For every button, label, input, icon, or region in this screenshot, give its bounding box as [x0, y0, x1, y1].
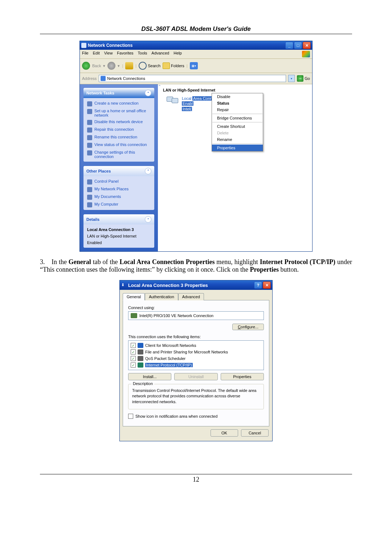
place-network-places[interactable]: My Network Places — [87, 187, 151, 192]
task-icon — [87, 135, 92, 140]
back-button[interactable] — [82, 62, 90, 70]
search-button[interactable]: Search — [139, 62, 160, 70]
tab-content: Connect using: Intel(R) PRO/100 VE Netwo… — [123, 300, 269, 426]
titlebar: Network Connections _ □ ✕ — [80, 41, 312, 50]
menu-advanced[interactable]: Advanced — [151, 51, 169, 57]
nic-field: Intel(R) PRO/100 VE Network Connection — [128, 311, 264, 320]
panel-title: Details — [86, 217, 99, 222]
back-label: Back — [92, 64, 101, 68]
close-button[interactable]: ✕ — [303, 42, 311, 49]
task-rename[interactable]: Rename this connection — [87, 135, 151, 140]
checkbox-icon[interactable]: ✓ — [131, 349, 136, 355]
help-button[interactable]: ? — [254, 281, 262, 289]
address-bar: Address Network Connections ▾ →Go — [80, 73, 312, 84]
go-button[interactable]: →Go — [297, 75, 310, 82]
collapse-icon[interactable]: ⌃ — [145, 168, 151, 174]
item-qos-scheduler[interactable]: ✓ QoS Packet Scheduler — [128, 355, 264, 362]
menu-status[interactable]: Status — [212, 100, 263, 106]
collapse-icon[interactable]: ⌃ — [145, 216, 151, 223]
task-repair[interactable]: Repair this connection — [87, 127, 151, 133]
items-listbox[interactable]: ✓ Client for Microsoft Networks ✓ File a… — [128, 340, 264, 370]
search-icon — [139, 62, 147, 70]
address-label: Address — [82, 76, 97, 81]
forward-button[interactable] — [107, 62, 115, 70]
menu-edit[interactable]: Edit — [93, 51, 100, 57]
menu-tools[interactable]: Tools — [138, 51, 147, 57]
task-view-status[interactable]: View status of this connection — [87, 142, 151, 148]
scroll-up-icon[interactable]: ⌃ — [158, 84, 163, 89]
close-button[interactable]: ✕ — [263, 281, 271, 289]
menu-bridge[interactable]: Bridge Connections — [212, 115, 263, 121]
menu-delete: Delete — [212, 130, 263, 136]
menu-file[interactable]: File — [82, 51, 89, 57]
minimize-button[interactable]: _ — [285, 42, 293, 49]
context-menu: Disable Status Repair Bridge Connections… — [212, 93, 263, 151]
place-icon — [87, 195, 92, 200]
menu-help[interactable]: Help — [173, 51, 182, 57]
nic-icon — [131, 313, 137, 318]
up-folder-button[interactable] — [125, 62, 133, 69]
checkbox-icon[interactable]: ✓ — [131, 343, 136, 348]
task-icon — [87, 120, 92, 125]
menu-bar: File Edit View Favorites Tools Advanced … — [80, 50, 312, 59]
go-arrow-icon: → — [297, 75, 303, 82]
window-title: Network Connections — [88, 43, 285, 48]
item-file-printer-sharing[interactable]: ✓ File and Printer Sharing for Microsoft… — [128, 349, 264, 355]
cancel-button[interactable]: Cancel — [241, 429, 269, 437]
tab-bar: General Authentication Advanced — [120, 290, 272, 300]
task-icon — [87, 143, 92, 148]
menu-view[interactable]: View — [104, 51, 113, 57]
other-places-panel: Other Places⌃ Control Panel My Network P… — [83, 166, 154, 210]
item-client-ms-networks[interactable]: ✓ Client for Microsoft Networks — [128, 342, 264, 349]
tab-general[interactable]: General — [123, 293, 145, 300]
toolbar: Back ▾ ▾ | | Search Folders | ▦▾ — [80, 59, 312, 73]
connect-using-label: Connect using: — [128, 305, 264, 310]
menu-disable[interactable]: Disable — [212, 93, 263, 100]
ok-button[interactable]: OK — [211, 429, 238, 437]
details-panel: Details⌃ Local Area Connection 3 LAN or … — [83, 214, 154, 248]
task-create-connection[interactable]: Create a new connection — [87, 101, 151, 106]
place-icon — [87, 202, 92, 207]
address-dropdown[interactable]: ▾ — [288, 75, 295, 82]
component-icon — [138, 349, 143, 355]
address-field[interactable]: Network Connections — [99, 75, 286, 82]
menu-create-shortcut[interactable]: Create Shortcut — [212, 123, 263, 130]
place-icon — [87, 187, 92, 192]
menu-separator — [212, 114, 262, 114]
component-icon — [138, 356, 143, 361]
tab-advanced[interactable]: Advanced — [178, 293, 204, 300]
task-disable-device[interactable]: Disable this network device — [87, 119, 151, 125]
tab-authentication[interactable]: Authentication — [145, 293, 178, 300]
place-my-documents[interactable]: My Documents — [87, 194, 151, 200]
place-icon — [87, 179, 92, 185]
component-icon — [138, 343, 143, 348]
item-tcpip[interactable]: ✓ Internet Protocol (TCP/IP) — [128, 362, 264, 368]
items-label: This connection uses the following items… — [128, 335, 264, 339]
uninstall-button: Uninstall — [174, 373, 217, 380]
place-control-panel[interactable]: Control Panel — [87, 179, 151, 185]
configure-button[interactable]: Configure... — [232, 324, 264, 330]
checkbox-icon[interactable]: ✓ — [131, 356, 136, 361]
install-button[interactable]: Install... — [128, 373, 171, 380]
views-button[interactable]: ▦▾ — [190, 62, 198, 69]
network-tasks-panel: Network Tasks ⌃ Create a new connection … — [83, 88, 154, 162]
task-change-settings[interactable]: Change settings of this connection — [87, 150, 151, 159]
tasks-sidebar: Network Tasks ⌃ Create a new connection … — [80, 84, 158, 251]
group-label: Description — [131, 381, 154, 386]
menu-favorites[interactable]: Favorites — [117, 51, 133, 57]
show-icon-checkbox[interactable]: Show icon in notification area when conn… — [128, 414, 264, 419]
checkbox-icon[interactable]: ✓ — [131, 362, 136, 368]
menu-rename[interactable]: Rename — [212, 136, 263, 143]
maximize-button[interactable]: □ — [294, 42, 302, 49]
properties-button[interactable]: Properties — [221, 373, 264, 380]
collapse-icon[interactable]: ⌃ — [145, 90, 151, 96]
place-my-computer[interactable]: My Computer — [87, 202, 151, 207]
folders-button[interactable]: Folders — [163, 62, 184, 69]
menu-repair[interactable]: Repair — [212, 106, 263, 113]
page-number: 12 — [40, 474, 352, 483]
checkbox-icon[interactable] — [128, 414, 133, 419]
menu-properties[interactable]: Properties — [212, 145, 263, 151]
panel-title: Other Places — [86, 169, 111, 173]
task-setup-network[interactable]: Set up a home or small office network — [87, 109, 151, 117]
details-state: Enabled — [87, 240, 151, 245]
